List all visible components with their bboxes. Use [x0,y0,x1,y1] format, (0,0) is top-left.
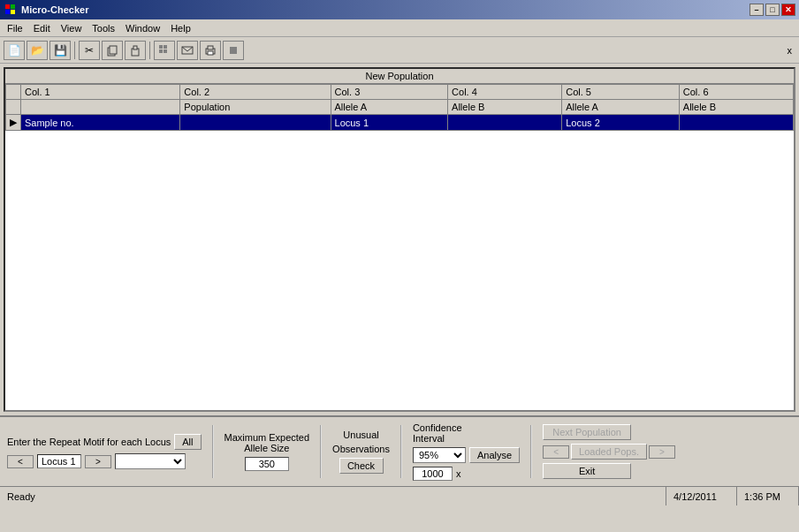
status-time: 1:36 PM [737,487,799,505]
svg-rect-8 [159,45,163,49]
paste-button[interactable] [125,41,146,60]
svg-rect-10 [159,49,163,53]
divider-4 [530,425,532,478]
svg-rect-11 [164,49,167,53]
title-bar: Micro-Checker – □ ✕ [0,0,799,19]
new-button[interactable]: 📄 [4,41,25,60]
save-button[interactable]: 💾 [49,41,71,60]
svg-rect-7 [133,46,137,49]
cell-locus1[interactable]: Locus 1 [331,115,448,131]
table-row[interactable]: ▶ Sample no. Locus 1 Locus 2 [6,115,794,131]
col4-sub: Allele B [448,100,562,115]
maximize-button[interactable]: □ [765,4,780,16]
cell-col6[interactable] [679,115,793,131]
row-arrow: ▶ [6,115,21,131]
close-button[interactable]: ✕ [781,4,795,16]
repeat-motif-group: Enter the Repeat Motif for each Locus Al… [7,434,202,469]
svg-rect-5 [110,46,117,54]
bottom-panel: Enter the Repeat Motif for each Locus Al… [0,415,799,486]
menu-window[interactable]: Window [120,21,165,35]
separator-2 [149,42,150,59]
loaded-pops-next-button[interactable]: > [649,445,675,459]
svg-rect-3 [11,10,15,14]
toolbar: 📄 📂 💾 ✂ [0,37,799,64]
minimize-button[interactable]: – [750,4,764,16]
max-allele-input[interactable] [245,457,289,471]
grid-button[interactable] [154,41,175,60]
sim-x-label: x [456,468,461,479]
col6-sub: Allele B [679,100,793,115]
svg-rect-14 [208,46,213,49]
email-button[interactable] [177,41,198,60]
data-table: Col. 1 Col. 2 Col. 3 Col. 4 Col. 5 Col. … [5,84,794,131]
all-button[interactable]: All [174,434,201,450]
col3-sub: Allele A [331,100,448,115]
status-date: 4/12/2011 [666,487,737,505]
loaded-pops-prev-button[interactable]: < [543,445,569,459]
copy-button[interactable] [102,41,123,60]
confidence-group: Confidence Interval 95% 99% Analyse x [413,422,520,481]
status-bar: Ready 4/12/2011 1:36 PM [0,486,799,505]
svg-rect-15 [208,51,213,55]
repeat-motif-label: Enter the Repeat Motif for each Locus [7,437,171,447]
menu-view[interactable]: View [56,21,88,35]
svg-rect-16 [230,47,237,54]
max-allele-group: Maximum Expected Allele Size [224,432,310,471]
sim-input[interactable] [413,467,453,481]
unusual-obs-group: Unusual Observations Check [332,429,390,474]
col-arrow-sub [6,100,21,115]
next-population-button[interactable]: Next Population [543,424,631,440]
col-arrow-header [6,85,21,100]
check-button[interactable]: Check [339,458,384,474]
svg-rect-1 [11,4,15,9]
col5-header[interactable]: Col. 5 [562,85,680,100]
stop-button[interactable] [223,41,244,60]
col4-header[interactable]: Col. 4 [448,85,562,100]
svg-rect-2 [5,10,10,14]
cell-col2[interactable] [180,115,331,131]
exit-button[interactable]: Exit [543,463,631,479]
col6-header[interactable]: Col. 6 [679,85,793,100]
svg-rect-9 [164,45,167,49]
status-ready: Ready [0,487,666,505]
divider-2 [320,425,322,478]
open-button[interactable]: 📂 [27,41,48,60]
col2-sub: Population [180,100,331,115]
new-population-label: New Population [5,69,794,84]
confidence-label: Confidence Interval [413,422,520,444]
unusual-obs-label1: Unusual [343,429,378,440]
menu-edit[interactable]: Edit [28,21,56,35]
separator-1 [74,42,75,59]
menu-bar: File Edit View Tools Window Help [0,19,799,37]
menu-tools[interactable]: Tools [87,21,120,35]
cell-sample[interactable]: Sample no. [21,115,180,131]
max-allele-label: Maximum Expected Allele Size [224,432,310,453]
col1-sub [21,100,180,115]
nav-buttons-group: Next Population < Loaded Pops. > Exit [543,424,675,479]
locus-dropdown[interactable] [115,453,186,469]
app-title: Micro-Checker [21,4,88,15]
print-button[interactable] [200,41,221,60]
menu-file[interactable]: File [2,21,28,35]
cell-locus2[interactable]: Locus 2 [562,115,680,131]
divider-1 [212,425,214,478]
col1-header[interactable]: Col. 1 [21,85,180,100]
col2-header[interactable]: Col. 2 [180,85,331,100]
svg-rect-0 [5,4,10,9]
locus-value: Locus 1 [37,454,81,468]
col5-sub: Allele A [562,100,680,115]
menu-help[interactable]: Help [165,21,196,35]
analyse-button[interactable]: Analyse [469,447,520,463]
confidence-select[interactable]: 95% 99% [413,447,466,463]
toolbar-close[interactable]: x [788,45,796,56]
app-icon [4,3,18,17]
cut-button[interactable]: ✂ [79,41,100,60]
locus-next-button[interactable]: > [85,455,111,468]
locus-prev-button[interactable]: < [7,455,34,468]
loaded-pops-button[interactable]: Loaded Pops. [571,444,647,460]
col3-header[interactable]: Col. 3 [331,85,448,100]
divider-3 [400,425,402,478]
cell-col4[interactable] [448,115,562,131]
unusual-obs-label2: Observations [332,444,390,454]
